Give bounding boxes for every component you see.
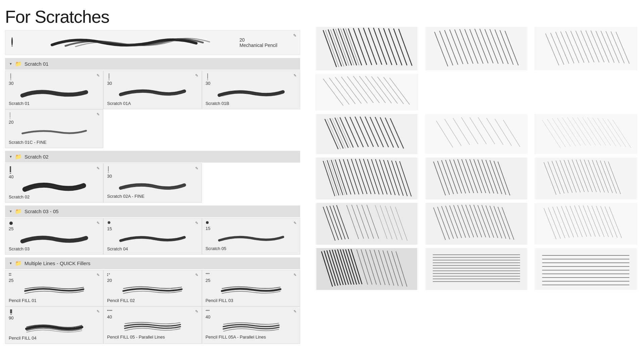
stroke-scratch03 — [9, 233, 100, 244]
preview-dark-fill — [315, 203, 418, 245]
preview-fine-lines — [534, 114, 637, 154]
edit-icon-scratch02[interactable]: ✎ — [97, 166, 100, 171]
group-name-scratch0305: Scratch 03 - 05 — [24, 208, 59, 214]
brush-item-fill03[interactable]: ✎ 25 Pencil FILL 03 — [202, 270, 300, 306]
edit-icon-scratch01c[interactable]: ✎ — [97, 112, 100, 117]
preview-medium-fill — [425, 203, 528, 245]
top-brush-edit-icon[interactable]: ✎ — [293, 33, 297, 38]
size-scratch01b: 30 — [206, 81, 297, 86]
brush-item-fill05a[interactable]: ✎ 40 Pencil FILL 05A - Parallel Lines — [202, 306, 300, 344]
folder-icon-scratch01: 📁 — [15, 61, 22, 67]
stroke-scratch04 — [107, 233, 198, 244]
dots-icon-fill01 — [9, 273, 14, 276]
top-brush-icon-area — [9, 37, 29, 48]
svg-point-17 — [9, 273, 10, 274]
top-brush-section[interactable]: 20 Mechanical Pencil ✎ — [5, 30, 300, 55]
edit-icon-fill05[interactable]: ✎ — [195, 309, 198, 314]
svg-point-35 — [208, 310, 209, 311]
group-header-multilines[interactable]: ▼ 📁 Multiple Lines - QUICK Fillers — [5, 257, 300, 269]
brush-item-scratch03[interactable]: ✎ 25 Scratch 03 — [5, 218, 103, 255]
size-scratch02a: 30 — [107, 174, 198, 179]
preview-medium-cross — [315, 114, 418, 154]
svg-marker-1 — [11, 46, 13, 47]
stroke-fill03 — [206, 284, 297, 296]
edit-icon-fill03[interactable]: ✎ — [293, 273, 297, 277]
group-header-scratch01[interactable]: ▼ 📁 Scratch 01 — [5, 58, 300, 70]
size-fill03: 25 — [206, 278, 297, 283]
edit-icon-scratch01a[interactable]: ✎ — [195, 73, 198, 78]
brush-item-scratch01c[interactable]: ✎ 20 Scratch 01C - FINE — [5, 109, 103, 148]
svg-marker-9 — [9, 118, 11, 119]
stroke-fill05 — [107, 321, 198, 333]
svg-point-20 — [10, 275, 11, 276]
name-scratch02a: Scratch 02A - FINE — [107, 194, 144, 199]
brush-item-scratch02a[interactable]: ✎ 30 Scratch 02A - FINE — [103, 163, 202, 203]
top-stroke-preview — [29, 33, 236, 52]
brush-grid-scratch02: ✎ 40 Scratch 02 ✎ 30 — [5, 163, 300, 203]
name-fill02: Pencil FILL 02 — [107, 298, 135, 303]
edit-icon-scratch03[interactable]: ✎ — [97, 221, 100, 225]
arrow-icon-multilines: ▼ — [9, 261, 12, 265]
stroke-scratch02 — [9, 181, 100, 192]
edit-icon-scratch05[interactable]: ✎ — [293, 221, 297, 225]
preview-parallel-medium — [534, 248, 637, 290]
svg-marker-28 — [10, 314, 12, 315]
brush-item-scratch01[interactable]: ✎ 30 Scratch 01 — [5, 70, 103, 109]
brush-item-fill01[interactable]: ✎ 25 Pencil FILL 01 — [5, 270, 103, 306]
name-scratch04: Scratch 04 — [107, 246, 128, 251]
name-scratch02: Scratch 02 — [9, 194, 30, 199]
brush-item-fill04[interactable]: ✎ 90 Pencil FILL 04 — [5, 306, 103, 344]
size-scratch01c: 20 — [9, 120, 100, 125]
brush-item-scratch01a[interactable]: ✎ 30 Scratch 01A — [103, 70, 202, 109]
name-scratch03: Scratch 03 — [9, 246, 30, 251]
name-fill05a: Pencil FILL 05A - Parallel Lines — [206, 335, 266, 340]
size-fill05a: 40 — [206, 314, 297, 319]
brush-item-scratch02[interactable]: ✎ 40 Scratch 02 — [5, 163, 103, 203]
preview-medium-dense — [425, 158, 528, 199]
top-brush-icon — [9, 37, 15, 48]
edit-icon-scratch04[interactable]: ✎ — [195, 221, 198, 225]
stroke-scratch01c — [9, 126, 100, 138]
pencil-icon-scratch01a — [107, 73, 111, 80]
edit-icon-scratch01[interactable]: ✎ — [97, 73, 100, 78]
svg-point-32 — [111, 310, 112, 311]
brush-item-scratch04[interactable]: ✎ 15 Scratch 04 — [103, 218, 202, 255]
svg-point-18 — [10, 273, 11, 274]
name-scratch01a: Scratch 01A — [107, 101, 131, 106]
edit-icon-scratch01b[interactable]: ✎ — [293, 73, 297, 78]
svg-point-26 — [208, 273, 209, 274]
stroke-scratch01 — [9, 87, 100, 99]
name-scratch01: Scratch 01 — [9, 101, 30, 106]
arrow-icon-scratch0305: ▼ — [9, 209, 12, 213]
stroke-fill05a — [206, 321, 297, 333]
stroke-scratch05 — [206, 232, 297, 244]
group-header-scratch02[interactable]: ▼ 📁 Scratch 02 — [5, 151, 300, 163]
folder-icon-scratch0305: 📁 — [15, 208, 22, 215]
folder-icon-multilines: 📁 — [15, 260, 22, 266]
arrow-icon-scratch02: ▼ — [9, 155, 12, 159]
size-scratch03: 25 — [9, 226, 100, 231]
brush-grid-multilines: ✎ 25 Pencil FILL 01 — [5, 270, 300, 344]
brush-item-scratch01b[interactable]: ✎ 30 Scratch 01B — [202, 70, 300, 109]
edit-icon-fill02[interactable]: ✎ — [195, 273, 198, 277]
size-fill05: 40 — [107, 314, 198, 319]
preview-fine-scratch — [534, 27, 637, 70]
dots-icon-fill05 — [107, 309, 112, 313]
edit-icon-fill04[interactable]: ✎ — [97, 309, 100, 314]
group-header-scratch0305[interactable]: ▼ 📁 Scratch 03 - 05 — [5, 205, 300, 217]
preview-light-sparse — [425, 114, 528, 154]
size-scratch04: 15 — [107, 226, 198, 231]
stroke-fill02 — [107, 284, 198, 296]
edit-icon-fill01[interactable]: ✎ — [97, 273, 100, 277]
brush-grid-scratch01: ✎ 30 Scratch 01 ✎ 30 — [5, 70, 300, 148]
svg-rect-131 — [536, 114, 636, 154]
preview-dense-scratch — [315, 158, 418, 199]
brush-item-fill05[interactable]: ✎ 40 Pencil FILL 05 - Parallel Lines — [103, 306, 202, 344]
svg-rect-2 — [10, 73, 11, 79]
brush-item-scratch05[interactable]: ✎ 15 Scratch 05 — [202, 218, 300, 255]
brush-item-fill02[interactable]: ✎ 20 Pencil FILL 02 — [103, 270, 202, 306]
svg-marker-11 — [9, 173, 11, 174]
edit-icon-fill05a[interactable]: ✎ — [293, 309, 297, 314]
edit-icon-scratch02a[interactable]: ✎ — [195, 166, 198, 171]
arrow-icon-scratch01: ▼ — [9, 62, 12, 66]
